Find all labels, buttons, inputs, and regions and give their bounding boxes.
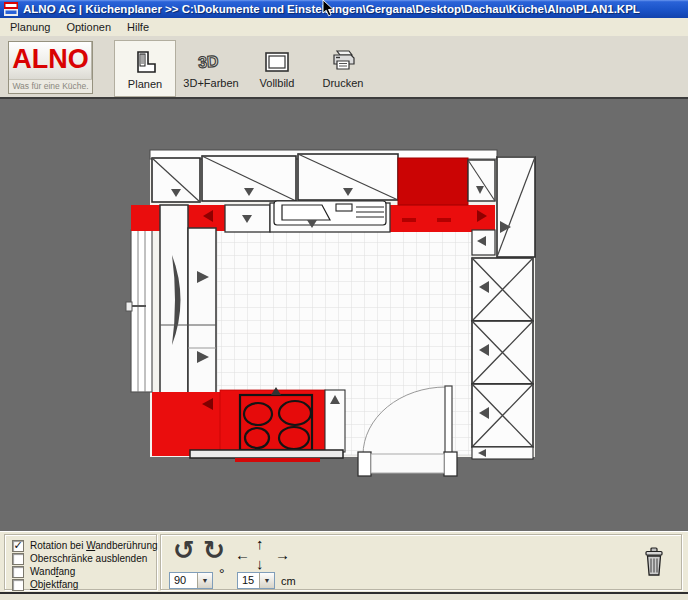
checkbox-row-rotation: ✓ Rotation bei Wandberührung bbox=[12, 539, 158, 552]
check-icon: ✓ bbox=[13, 541, 22, 550]
corner-tall-cabinet[interactable] bbox=[497, 157, 535, 257]
oberschraenke-checkbox[interactable]: ✓ bbox=[12, 553, 24, 565]
planen-label: Planen bbox=[115, 78, 175, 90]
window[interactable] bbox=[126, 230, 152, 392]
rotate-ccw-button[interactable]: ↺ bbox=[173, 535, 195, 565]
step-dropdown[interactable]: 15 ▼ bbox=[237, 572, 275, 589]
delete-trash-button[interactable] bbox=[643, 547, 665, 578]
drucken-label: Drucken bbox=[312, 77, 374, 89]
angle-dropdown[interactable]: 90 ▼ bbox=[169, 572, 213, 589]
oberschraenke-label: Oberschränke ausblenden bbox=[30, 553, 147, 564]
chevron-down-icon[interactable]: ▼ bbox=[197, 573, 212, 588]
vollbild-button[interactable]: Vollbild bbox=[246, 40, 308, 97]
chevron-down-icon[interactable]: ▼ bbox=[259, 573, 274, 588]
window-frame-icon bbox=[246, 40, 308, 74]
red-corner-base[interactable] bbox=[152, 392, 220, 456]
rotate-cw-button[interactable]: ↻ bbox=[203, 535, 225, 565]
base-cabinet[interactable] bbox=[225, 205, 270, 232]
rotation-label: Rotation bei Wandberührung bbox=[30, 540, 158, 551]
move-down-button[interactable]: ↓ bbox=[256, 557, 264, 571]
menu-bar: Planung Optionen Hilfe bbox=[0, 18, 688, 36]
mouse-cursor bbox=[322, 0, 336, 17]
floor-plan-icon bbox=[115, 41, 175, 75]
cooktop[interactable] bbox=[220, 387, 325, 452]
control-panel: ✓ Rotation bei Wandberührung ✓ Oberschrä… bbox=[0, 531, 688, 592]
angle-value: 90 bbox=[170, 573, 197, 588]
plan-canvas[interactable] bbox=[0, 99, 688, 531]
move-up-button[interactable]: ↑ bbox=[256, 537, 264, 551]
corner-base-cabinet[interactable] bbox=[472, 230, 495, 255]
checkbox-row-wandfang: ✓ Wandfang bbox=[12, 565, 75, 578]
move-right-button[interactable]: → bbox=[275, 548, 290, 562]
wandfang-label: Wandfang bbox=[30, 566, 75, 577]
checkbox-row-oberschraenke: ✓ Oberschränke ausblenden bbox=[12, 552, 147, 565]
3d-farben-button[interactable]: 3D 3D+Farben bbox=[180, 40, 242, 97]
options-groupbox: ✓ Rotation bei Wandberührung ✓ Oberschrä… bbox=[4, 534, 157, 590]
door-leaf bbox=[445, 386, 452, 455]
alno-kitchen-planner-window: ALNO AG | Küchenplaner >> C:\Dokumente u… bbox=[0, 0, 688, 600]
counter-edge bbox=[190, 450, 343, 458]
printer-icon bbox=[312, 40, 374, 74]
menu-planung[interactable]: Planung bbox=[2, 19, 58, 35]
left-tall-cabinets[interactable] bbox=[160, 205, 216, 395]
transform-groupbox: ↺ ↻ ← ↑ ↓ → 90 ▼ ° 15 ▼ cm bbox=[160, 534, 682, 590]
rotation-checkbox[interactable]: ✓ bbox=[12, 540, 24, 552]
sink-unit[interactable] bbox=[270, 201, 390, 232]
step-unit-label: cm bbox=[281, 575, 296, 587]
kitchen-floor-plan bbox=[0, 99, 688, 531]
bottom-base-cabinet[interactable] bbox=[325, 390, 345, 452]
menu-optionen[interactable]: Optionen bbox=[58, 19, 119, 35]
drucken-button[interactable]: Drucken bbox=[312, 40, 374, 97]
menu-hilfe[interactable]: Hilfe bbox=[119, 19, 157, 35]
move-left-button[interactable]: ← bbox=[235, 548, 250, 562]
status-bar bbox=[0, 592, 688, 600]
app-icon bbox=[4, 2, 18, 16]
x-front-tall-cabinets[interactable] bbox=[472, 258, 533, 459]
counter-red-shadow bbox=[235, 458, 320, 462]
vollbild-label: Vollbild bbox=[246, 77, 308, 89]
alno-logo: ALNO Was für eine Küche. bbox=[8, 41, 93, 94]
wall-cabinets[interactable] bbox=[152, 154, 398, 202]
3d-glyph-icon: 3D bbox=[180, 40, 242, 74]
alno-logo-text: ALNO bbox=[9, 41, 92, 78]
objektfang-label: Objektfang bbox=[30, 579, 78, 590]
wandfang-checkbox[interactable]: ✓ bbox=[12, 566, 24, 578]
corner-wall-cabinet[interactable] bbox=[468, 160, 495, 201]
planen-button[interactable]: Planen bbox=[114, 40, 176, 97]
objektfang-checkbox[interactable]: ✓ bbox=[12, 579, 24, 591]
extractor-cabinet[interactable] bbox=[398, 158, 468, 205]
toolbar: ALNO Was für eine Küche. Planen 3D 3D+Fa… bbox=[0, 36, 688, 99]
angle-unit-label: ° bbox=[219, 566, 225, 582]
titlebar: ALNO AG | Küchenplaner >> C:\Dokumente u… bbox=[0, 0, 688, 18]
step-value: 15 bbox=[238, 573, 259, 588]
3d-farben-label: 3D+Farben bbox=[180, 77, 242, 89]
checkbox-row-objektfang: ✓ Objektfang bbox=[12, 578, 78, 591]
svg-text:3D: 3D bbox=[197, 52, 219, 70]
alno-logo-tagline: Was für eine Küche. bbox=[9, 79, 92, 93]
